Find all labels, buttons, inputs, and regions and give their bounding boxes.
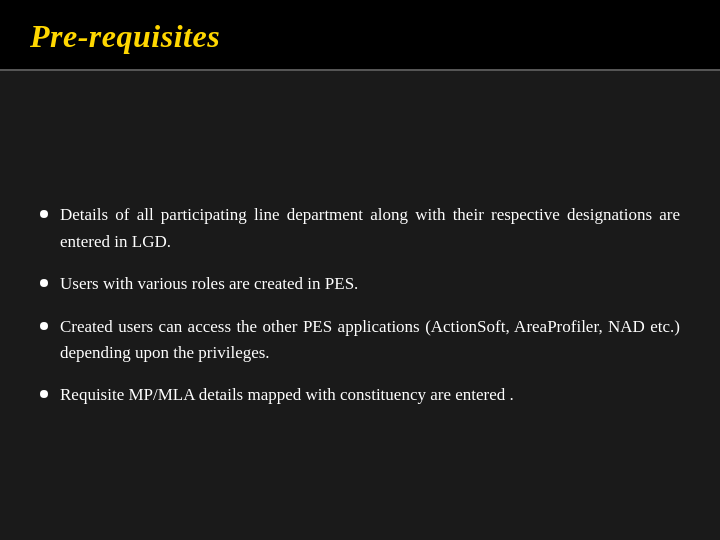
slide: Pre-requisites Details of all participat… (0, 0, 720, 540)
slide-content: Details of all participating line depart… (0, 71, 720, 540)
list-item: Created users can access the other PES a… (40, 314, 680, 367)
list-item: Details of all participating line depart… (40, 202, 680, 255)
list-item: Users with various roles are created in … (40, 271, 680, 297)
bullet-text: Users with various roles are created in … (60, 271, 680, 297)
bullet-dot-icon (40, 390, 48, 398)
list-item: Requisite MP/MLA details mapped with con… (40, 382, 680, 408)
slide-title: Pre-requisites (30, 18, 220, 54)
bullet-text: Details of all participating line depart… (60, 202, 680, 255)
slide-header: Pre-requisites (0, 0, 720, 71)
bullet-text: Requisite MP/MLA details mapped with con… (60, 382, 680, 408)
bullet-dot-icon (40, 279, 48, 287)
bullet-dot-icon (40, 322, 48, 330)
bullet-dot-icon (40, 210, 48, 218)
bullet-list: Details of all participating line depart… (40, 202, 680, 408)
bullet-text: Created users can access the other PES a… (60, 314, 680, 367)
